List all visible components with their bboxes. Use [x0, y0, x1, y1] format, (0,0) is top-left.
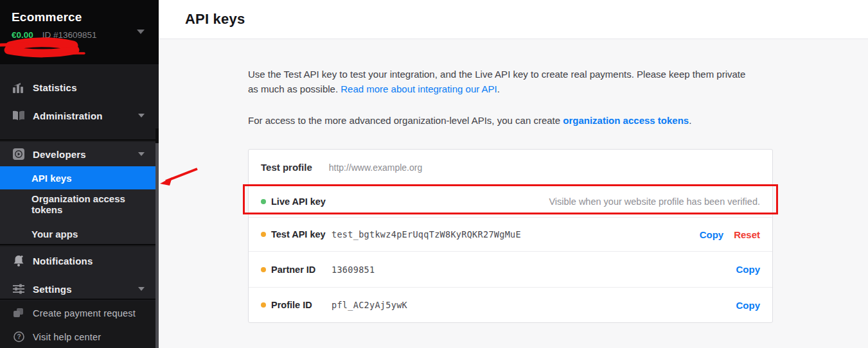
- code-icon: [12, 148, 26, 161]
- organization-id: ID #13609851: [42, 30, 97, 40]
- profile-id-value: pfl_AC2yAj5ywK: [332, 300, 407, 310]
- profile-url: http://www.example.org: [329, 162, 423, 173]
- chevron-down-icon: [138, 287, 145, 291]
- key-label: Live API key: [271, 196, 326, 207]
- bell-icon: [12, 254, 26, 267]
- sidebar-section-footer: Create payment request ? Visit help cent…: [0, 301, 159, 348]
- sidebar-item-notifications[interactable]: Notifications: [0, 247, 159, 275]
- bar-chart-icon: [12, 81, 26, 94]
- profile-id-row: Profile ID pfl_AC2yAj5ywK Copy: [249, 287, 772, 322]
- api-keys-card: Test profile http://www.example.org Live…: [248, 149, 773, 323]
- balance-amount: €0.00: [12, 30, 33, 40]
- book-icon: [12, 109, 26, 122]
- page-title: API keys: [185, 11, 245, 28]
- sidebar-section-developers: Developers API keys Organization access …: [0, 142, 159, 245]
- sidebar-item-label: API keys: [31, 173, 72, 184]
- sidebar-item-api-keys[interactable]: API keys: [0, 166, 159, 189]
- sidebar-item-label: Administration: [33, 110, 103, 121]
- card-header-row: Test profile http://www.example.org: [249, 150, 772, 185]
- sidebar-item-statistics[interactable]: Statistics: [0, 73, 159, 101]
- read-more-api-link[interactable]: Read more about integrating our API: [341, 83, 497, 94]
- sidebar-section-main: Statistics Administration: [0, 64, 159, 141]
- sidebar-item-organization-access-tokens[interactable]: Organization access tokens: [0, 189, 159, 219]
- profile-name: Test profile: [261, 162, 312, 173]
- intro-paragraph: Use the Test API key to test your integr…: [248, 67, 756, 96]
- copy-test-key-button[interactable]: Copy: [700, 229, 724, 240]
- key-label: Partner ID: [271, 265, 315, 275]
- organization-access-tokens-link[interactable]: organization access tokens: [563, 115, 689, 126]
- key-label: Test API key: [271, 229, 326, 239]
- page-header: API keys: [159, 0, 868, 39]
- chevron-down-icon: [138, 152, 145, 156]
- sidebar-item-label: Create payment request: [33, 308, 136, 318]
- copy-partner-id-button[interactable]: Copy: [736, 264, 761, 275]
- sidebar-item-label: Developers: [33, 149, 86, 160]
- help-icon: ?: [12, 331, 26, 344]
- live-key-note: Visible when your website profile has be…: [549, 196, 760, 207]
- reset-test-key-button[interactable]: Reset: [734, 229, 760, 240]
- partner-id-row: Partner ID 13609851 Copy: [249, 251, 772, 287]
- sidebar-item-your-apps[interactable]: Your apps: [0, 219, 159, 248]
- sidebar-item-label: Settings: [33, 284, 72, 295]
- sidebar-item-label: Your apps: [31, 229, 78, 239]
- organization-switcher[interactable]: Ecommerce €0.00 ID #13609851: [0, 0, 159, 64]
- sidebar-item-settings[interactable]: Settings: [0, 275, 159, 303]
- main-content: API keys Use the Test API key to test yo…: [159, 0, 868, 348]
- partner-status-dot-icon: [261, 267, 266, 272]
- svg-text:?: ?: [17, 333, 21, 340]
- test-status-dot-icon: [261, 232, 266, 237]
- chevron-down-icon[interactable]: [137, 30, 145, 34]
- sidebar-section-secondary: Notifications Settings: [0, 247, 159, 300]
- test-api-key-row: Test API key test_bgtkwz4pErUqqTzW8KyRQK…: [249, 217, 772, 251]
- copy-profile-id-button[interactable]: Copy: [736, 300, 761, 311]
- sidebar-item-developers[interactable]: Developers: [0, 142, 159, 166]
- key-label: Profile ID: [271, 300, 312, 310]
- intro-text: .: [497, 83, 500, 94]
- chevron-down-icon: [138, 114, 145, 117]
- sidebar-item-visit-help-center[interactable]: ? Visit help center: [0, 325, 159, 348]
- sidebar: Ecommerce €0.00 ID #13609851 Statistics …: [0, 0, 159, 348]
- sidebar-item-administration[interactable]: Administration: [0, 101, 159, 130]
- squares-icon: [12, 307, 26, 320]
- sidebar-item-label: Organization access tokens: [31, 193, 159, 215]
- org-tokens-paragraph: For access to the more advanced organiza…: [248, 113, 756, 128]
- live-api-key-row: Live API key Visible when your website p…: [249, 185, 772, 217]
- sliders-icon: [12, 283, 26, 295]
- sidebar-item-label: Statistics: [33, 82, 77, 93]
- test-api-key-value: test_bgtkwz4pErUqqTzW8KyRQKR27WgMuE: [332, 229, 521, 239]
- sidebar-item-label: Notifications: [33, 256, 93, 266]
- sidebar-item-label: Visit help center: [33, 332, 101, 342]
- intro-text: For access to the more advanced organiza…: [248, 115, 563, 126]
- intro-text: .: [689, 115, 691, 126]
- live-status-dot-icon: [261, 199, 266, 204]
- profile-status-dot-icon: [261, 302, 266, 308]
- partner-id-value: 13609851: [332, 265, 375, 275]
- organization-name: Ecommerce: [12, 10, 147, 24]
- sidebar-item-create-payment-request[interactable]: Create payment request: [0, 301, 159, 325]
